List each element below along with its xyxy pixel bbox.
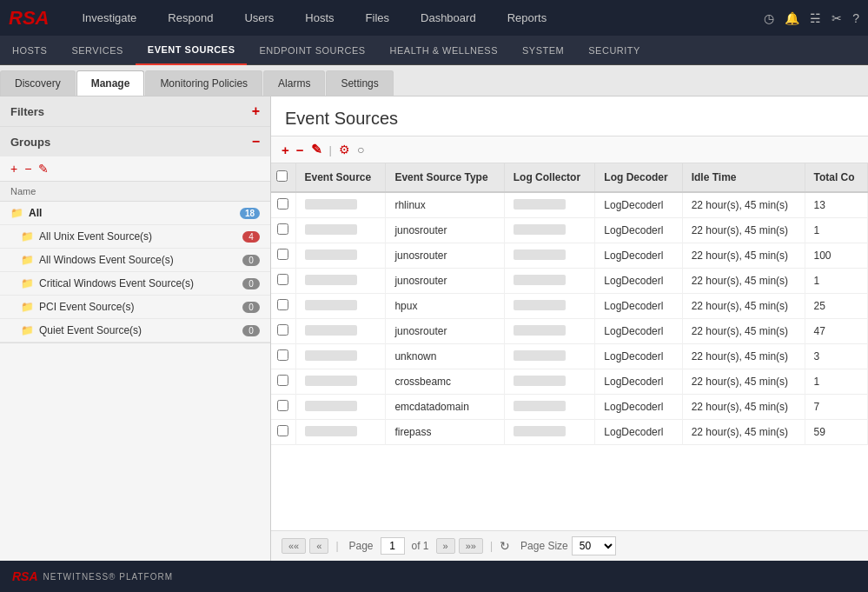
- row-collector-1: [504, 218, 595, 243]
- tab-alarms[interactable]: Alarms: [263, 70, 325, 96]
- row-total-8: 7: [805, 395, 868, 420]
- nav-reports[interactable]: Reports: [500, 11, 554, 24]
- row-select-5[interactable]: [277, 324, 288, 336]
- toolbar-remove-button[interactable]: −: [296, 143, 304, 157]
- toolbar-circle-button[interactable]: ○: [357, 143, 364, 156]
- nav-hosts[interactable]: Hosts: [298, 11, 341, 24]
- last-page-button[interactable]: »»: [459, 538, 483, 554]
- nav-respond[interactable]: Respond: [161, 11, 220, 24]
- group-all-badge: 18: [240, 208, 260, 219]
- row-select-3[interactable]: [277, 274, 288, 285]
- group-unix-label: All Unix Event Source(s): [39, 230, 242, 243]
- nav-hosts-sub[interactable]: HOSTS: [0, 36, 59, 65]
- nav-event-sources[interactable]: EVENT SOURCES: [136, 36, 248, 65]
- row-collector-6: [504, 344, 595, 369]
- row-select-0[interactable]: [277, 198, 288, 210]
- row-select-2[interactable]: [277, 249, 288, 260]
- row-select-1[interactable]: [277, 223, 288, 235]
- toolbar-add-button[interactable]: +: [282, 143, 289, 157]
- page-size-label: Page Size: [520, 540, 568, 552]
- toolbar-edit-button[interactable]: ✎: [311, 142, 322, 157]
- group-windows[interactable]: 📁 All Windows Event Source(s) 0: [0, 249, 270, 272]
- row-checkbox-0[interactable]: [271, 192, 295, 218]
- first-page-button[interactable]: ««: [282, 538, 306, 554]
- col-log-collector[interactable]: Log Collector: [504, 163, 595, 192]
- row-checkbox-1[interactable]: [271, 218, 295, 243]
- row-checkbox-7[interactable]: [271, 369, 295, 395]
- page-input[interactable]: [381, 537, 405, 555]
- select-all-checkbox[interactable]: [276, 170, 288, 182]
- toolbar: + − ✎ | ⚙ ○: [271, 136, 868, 163]
- page-separator: |: [335, 540, 338, 552]
- table-row: junosrouter LogDecoderl 22 hour(s), 45 m…: [271, 218, 868, 243]
- col-idle-time[interactable]: Idle Time: [682, 163, 805, 192]
- bottom-tagline: NETWITNESS® PLATFORM: [43, 572, 173, 582]
- group-pci[interactable]: 📁 PCI Event Source(s) 0: [0, 296, 270, 319]
- row-collector-8: [504, 395, 595, 420]
- tab-settings[interactable]: Settings: [326, 70, 393, 96]
- next-page-button[interactable]: »: [436, 538, 455, 554]
- col-event-source-type[interactable]: Event Source Type: [386, 163, 504, 192]
- col-log-decoder[interactable]: Log Decoder: [595, 163, 682, 192]
- row-source-6: [295, 344, 386, 369]
- row-checkbox-4[interactable]: [271, 294, 295, 319]
- prev-page-button[interactable]: «: [309, 538, 328, 554]
- toolbar-gear-button[interactable]: ⚙: [339, 143, 350, 156]
- row-checkbox-9[interactable]: [271, 420, 295, 445]
- group-unix[interactable]: 📁 All Unix Event Source(s) 4: [0, 225, 270, 249]
- scissors-icon[interactable]: ✂: [832, 11, 842, 25]
- row-select-9[interactable]: [277, 425, 288, 436]
- row-decoder-0: LogDecoderl: [595, 192, 682, 218]
- col-total[interactable]: Total Co: [805, 163, 868, 192]
- groups-collapse-button[interactable]: −: [252, 134, 260, 150]
- refresh-button[interactable]: ↻: [500, 539, 510, 553]
- row-type-5: junosrouter: [386, 319, 504, 344]
- nav-system[interactable]: SYSTEM: [510, 36, 576, 65]
- clipboard-icon[interactable]: ☵: [810, 11, 821, 25]
- group-critical-windows[interactable]: 📁 Critical Windows Event Source(s) 0: [0, 272, 270, 296]
- nav-endpoint-sources[interactable]: ENDPOINT SOURCES: [247, 36, 377, 65]
- row-total-2: 100: [805, 243, 868, 269]
- row-checkbox-6[interactable]: [271, 344, 295, 369]
- group-all[interactable]: 📁 All 18: [0, 202, 270, 225]
- row-select-4[interactable]: [277, 299, 288, 310]
- row-select-6[interactable]: [277, 349, 288, 361]
- row-type-1: junosrouter: [386, 218, 504, 243]
- group-quiet[interactable]: 📁 Quiet Event Source(s) 0: [0, 319, 270, 343]
- question-icon[interactable]: ?: [852, 11, 859, 25]
- row-checkbox-5[interactable]: [271, 319, 295, 344]
- clock-icon[interactable]: ◷: [764, 11, 774, 25]
- bell-icon[interactable]: 🔔: [785, 11, 799, 25]
- nav-files[interactable]: Files: [359, 11, 396, 24]
- row-type-2: junosrouter: [386, 243, 504, 269]
- col-event-source[interactable]: Event Source: [295, 163, 386, 192]
- nav-investigate[interactable]: Investigate: [75, 11, 143, 24]
- nav-security[interactable]: SECURITY: [576, 36, 653, 65]
- row-checkbox-2[interactable]: [271, 243, 295, 269]
- filters-add-button[interactable]: +: [252, 103, 260, 119]
- nav-health-wellness[interactable]: HEALTH & WELLNESS: [378, 36, 510, 65]
- nav-services[interactable]: SERVICES: [59, 36, 135, 65]
- tab-manage[interactable]: Manage: [76, 70, 145, 96]
- row-checkbox-8[interactable]: [271, 395, 295, 420]
- page-size-select[interactable]: 10 25 50 100: [572, 536, 616, 555]
- nav-users[interactable]: Users: [237, 11, 281, 24]
- tab-monitoring-policies[interactable]: Monitoring Policies: [145, 70, 262, 96]
- group-quiet-label: Quiet Event Source(s): [39, 324, 242, 336]
- groups-remove-button[interactable]: −: [24, 162, 31, 176]
- name-column-label: Name: [10, 186, 36, 196]
- row-select-8[interactable]: [277, 400, 288, 411]
- row-select-7[interactable]: [277, 375, 288, 386]
- groups-add-button[interactable]: +: [10, 162, 17, 176]
- filters-section: Filters +: [0, 96, 270, 127]
- row-source-5: [295, 319, 386, 344]
- groups-edit-button[interactable]: ✎: [38, 162, 49, 176]
- tab-discovery[interactable]: Discovery: [0, 70, 76, 96]
- event-sources-table-container: Event Source Event Source Type Log Colle…: [271, 163, 868, 530]
- table-row: hpux LogDecoderl 22 hour(s), 45 min(s) 2…: [271, 294, 868, 319]
- nav-dashboard[interactable]: Dashboard: [414, 11, 483, 24]
- row-source-7: [295, 369, 386, 395]
- row-total-7: 1: [805, 369, 868, 395]
- group-windows-badge: 0: [242, 255, 260, 266]
- row-checkbox-3[interactable]: [271, 269, 295, 294]
